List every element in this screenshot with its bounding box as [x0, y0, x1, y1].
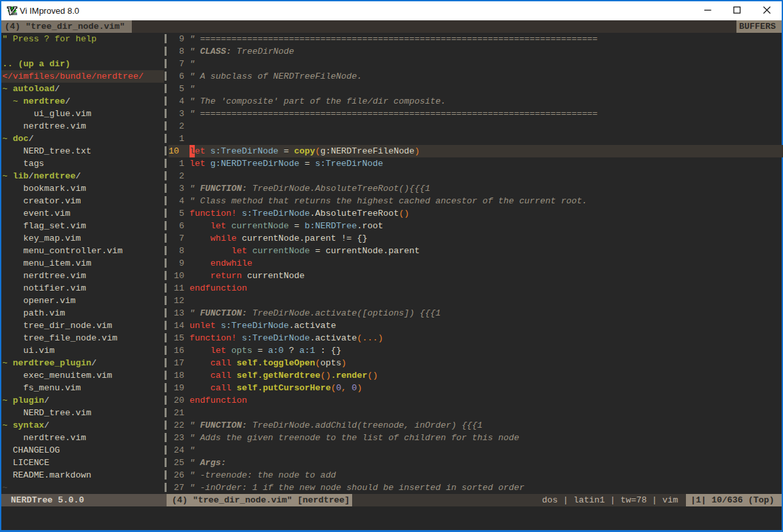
- svg-text:im: im: [11, 10, 17, 16]
